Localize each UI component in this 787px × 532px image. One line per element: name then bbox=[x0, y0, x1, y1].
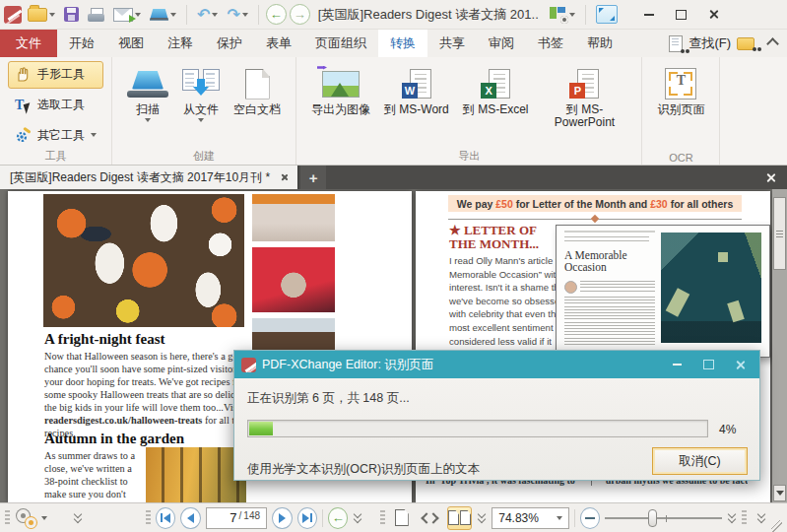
blank-document-button[interactable]: 空白文档 bbox=[227, 61, 288, 149]
scrollbar-thumb[interactable] bbox=[773, 197, 786, 270]
toolbar-grip[interactable] bbox=[5, 510, 10, 526]
divider-diamond bbox=[591, 215, 599, 223]
redo-button[interactable]: ↷ bbox=[224, 5, 250, 25]
tab-close-icon[interactable] bbox=[280, 173, 288, 181]
previous-page-button[interactable] bbox=[180, 507, 201, 529]
tab-help[interactable]: 帮助 bbox=[575, 30, 624, 57]
group-label-create: 创建 bbox=[112, 149, 295, 164]
ocr-page-icon: T bbox=[665, 68, 696, 100]
open-file-button[interactable] bbox=[25, 6, 58, 24]
toolbar-separator bbox=[585, 5, 586, 25]
scroll-down-button[interactable] bbox=[773, 485, 786, 501]
toolbar-separator bbox=[186, 5, 187, 25]
history-forward-button[interactable]: → bbox=[290, 4, 310, 25]
toolbar-grip[interactable] bbox=[742, 510, 747, 526]
fit-page-button[interactable] bbox=[419, 506, 442, 530]
select-tool-button[interactable]: T 选取工具 bbox=[8, 92, 103, 119]
single-page-view-button[interactable] bbox=[390, 506, 414, 530]
cancel-button[interactable]: 取消(C) bbox=[652, 447, 748, 475]
slider-handle[interactable] bbox=[648, 509, 657, 527]
close-button[interactable] bbox=[699, 3, 729, 27]
other-tools-label: 其它工具 bbox=[37, 127, 85, 144]
chevron-down-icon[interactable] bbox=[41, 516, 47, 520]
to-excel-button[interactable]: X 到 MS-Excel bbox=[456, 61, 536, 149]
dialog-close-button[interactable] bbox=[727, 355, 753, 374]
cat-pumpkin-hat-photo bbox=[252, 194, 335, 241]
session-button[interactable] bbox=[547, 5, 578, 24]
author-avatar bbox=[564, 281, 577, 294]
status-options-gear-icon[interactable] bbox=[15, 508, 36, 528]
next-page-button[interactable] bbox=[272, 507, 293, 529]
tab-protect[interactable]: 保护 bbox=[205, 30, 254, 57]
tab-view[interactable]: 视图 bbox=[106, 30, 156, 57]
zoom-out-button[interactable] bbox=[580, 507, 601, 529]
cat-vampire-cape-photo bbox=[252, 247, 335, 312]
collapse-ribbon-button[interactable] bbox=[766, 37, 779, 50]
more-tools-chevron[interactable] bbox=[73, 511, 83, 524]
scan-button[interactable] bbox=[147, 7, 179, 23]
to-word-label: 到 MS-Word bbox=[384, 103, 449, 116]
history-back-button[interactable]: ← bbox=[266, 4, 287, 25]
print-button[interactable] bbox=[85, 6, 107, 24]
save-button[interactable] bbox=[61, 5, 82, 24]
tab-bookmarks[interactable]: 书签 bbox=[526, 30, 575, 57]
new-tab-button[interactable]: + bbox=[300, 166, 326, 189]
from-file-button[interactable]: 从文件 bbox=[175, 61, 227, 149]
dialog-minimize-button[interactable] bbox=[664, 355, 689, 374]
chevron-down-icon bbox=[145, 118, 151, 122]
zoom-slider[interactable] bbox=[605, 507, 721, 529]
dialog-maximize-button[interactable] bbox=[695, 355, 721, 374]
email-button[interactable] bbox=[110, 6, 144, 24]
more-nav-chevron[interactable] bbox=[353, 511, 362, 524]
hand-tool-button[interactable]: 手形工具 bbox=[8, 61, 103, 89]
maximize-button[interactable] bbox=[667, 3, 696, 27]
two-page-view-button[interactable] bbox=[447, 506, 472, 530]
document-tab[interactable]: [英国版]Readers Digest 读者文摘 2017年10月刊 * bbox=[0, 166, 298, 189]
resize-grip[interactable] bbox=[771, 520, 782, 532]
zoom-select[interactable]: 74.83% bbox=[492, 507, 569, 529]
tab-share[interactable]: 共享 bbox=[427, 30, 477, 57]
toolbar-grip[interactable] bbox=[146, 510, 151, 526]
separator bbox=[574, 509, 575, 527]
more-status-chevron[interactable] bbox=[756, 511, 766, 524]
toolbar-grip[interactable] bbox=[380, 510, 385, 526]
vertical-scrollbar[interactable] bbox=[772, 189, 787, 502]
tab-organize[interactable]: 页面组织 bbox=[303, 30, 378, 57]
tab-convert[interactable]: 转换 bbox=[378, 30, 427, 57]
open-folder-icon bbox=[28, 8, 47, 22]
spread-illustration bbox=[661, 233, 761, 343]
scan-create-button[interactable]: 扫描 bbox=[120, 61, 175, 149]
find-in-document-icon[interactable] bbox=[669, 35, 683, 52]
export-image-button[interactable]: 导出为图像 bbox=[304, 61, 377, 149]
ribbon: 手形工具 T 选取工具 其它工具 工具 扫描 从文件 空白 bbox=[0, 57, 787, 166]
find-in-files-icon[interactable] bbox=[737, 37, 754, 50]
export-image-icon bbox=[322, 71, 360, 98]
minimize-button[interactable] bbox=[634, 3, 664, 27]
select-tool-label: 选取工具 bbox=[37, 97, 85, 113]
tab-file[interactable]: 文件 bbox=[0, 30, 57, 57]
dialog-titlebar[interactable]: PDF-XChange Editor: 识别页面 bbox=[234, 351, 759, 378]
back-arrow-icon: ← bbox=[270, 8, 283, 21]
article-link: readersdigest.co.uk/halloween-treats bbox=[44, 415, 202, 426]
page-number-input[interactable]: 7 / 148 bbox=[206, 507, 267, 529]
more-view-chevron[interactable] bbox=[477, 511, 487, 524]
to-word-button[interactable]: W 到 MS-Word bbox=[377, 61, 456, 149]
tab-review[interactable]: 审阅 bbox=[477, 30, 526, 57]
app-logo-icon bbox=[4, 6, 22, 24]
tab-home[interactable]: 开始 bbox=[57, 30, 106, 57]
tab-comment[interactable]: 注释 bbox=[156, 30, 205, 57]
fullscreen-button[interactable] bbox=[593, 3, 621, 26]
last-page-button[interactable] bbox=[297, 507, 318, 529]
recognize-pages-button[interactable]: T 识别页面 bbox=[650, 61, 711, 149]
first-page-button[interactable] bbox=[156, 507, 176, 529]
to-powerpoint-button[interactable]: P 到 MS-PowerPoint bbox=[535, 61, 633, 149]
previous-view-button[interactable]: ← bbox=[328, 507, 349, 529]
close-document-button[interactable] bbox=[754, 166, 787, 189]
more-zoom-chevron[interactable] bbox=[727, 511, 737, 524]
tab-form[interactable]: 表单 bbox=[254, 30, 303, 57]
other-tools-button[interactable]: 其它工具 bbox=[8, 121, 103, 149]
undo-button[interactable]: ↶ bbox=[194, 5, 221, 25]
find-label[interactable]: 查找(F) bbox=[689, 34, 731, 52]
email-icon bbox=[113, 8, 133, 22]
chevron-down-icon bbox=[242, 13, 248, 17]
